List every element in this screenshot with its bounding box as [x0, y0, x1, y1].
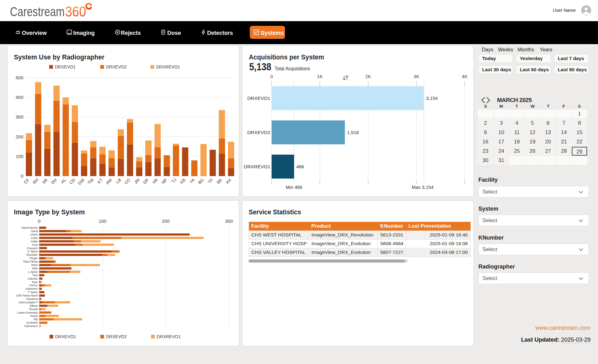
svg-text:Toes: Toes	[32, 281, 38, 284]
svg-text:NP: NP	[161, 178, 168, 185]
svg-text:Acquisitions per System: Acquisitions per System	[249, 53, 324, 61]
svg-text:Shoulder: Shoulder	[26, 253, 38, 256]
svg-text:DRXREVO1: DRXREVO1	[244, 164, 270, 169]
svg-text:Ankle: Ankle	[31, 240, 38, 243]
svg-text:Clavicle: Clavicle	[28, 277, 38, 280]
svg-text:DRXEVO2: DRXEVO2	[106, 334, 127, 339]
svg-text:0: 0	[21, 173, 23, 179]
svg-text:TW: TW	[87, 177, 95, 185]
svg-text:Max 3,154: Max 3,154	[412, 184, 434, 190]
svg-text:YA: YA	[188, 178, 196, 185]
svg-text:Foot: Foot	[32, 243, 38, 246]
svg-text:DW: DW	[77, 177, 86, 186]
svg-text:Hip: Hip	[33, 318, 38, 321]
svg-text:DRXEVO1: DRXEVO1	[55, 334, 76, 339]
svg-text:Thumb: Thumb	[29, 308, 38, 311]
svg-text:0: 0	[270, 74, 273, 79]
svg-text:BG: BG	[197, 178, 205, 185]
svg-text:Soft Tissue Neck: Soft Tissue Neck	[16, 294, 38, 297]
svg-text:5,138: 5,138	[249, 61, 271, 72]
svg-text:Hand: Hand	[31, 230, 38, 233]
svg-text:Tibia Fibula: Tibia Fibula	[23, 260, 38, 263]
svg-text:Intercondylar F: Intercondylar F	[19, 301, 38, 304]
svg-text:100: 100	[98, 218, 106, 224]
svg-text:RH: RH	[32, 178, 39, 185]
svg-text:AW: AW	[105, 177, 113, 185]
svg-text:Abdomen: Abdomen	[26, 287, 38, 290]
svg-text:Femur: Femur	[29, 284, 38, 287]
svg-text:Nasal Bones: Nasal Bones	[21, 226, 38, 229]
svg-text:Total Acquisitions: Total Acquisitions	[275, 66, 310, 71]
svg-text:2K: 2K	[365, 74, 371, 79]
svg-text:Finger: Finger	[30, 257, 38, 260]
svg-text:KB: KB	[179, 178, 186, 185]
svg-text:TF: TF	[207, 178, 214, 184]
svg-text:System Use by Radiographer: System Use by Radiographer	[14, 53, 105, 61]
svg-text:4K: 4K	[462, 74, 467, 79]
svg-text:Wrist: Wrist	[31, 264, 38, 267]
svg-text:DRXEVO2: DRXEVO2	[247, 130, 270, 135]
svg-text:DP: DP	[142, 178, 150, 185]
svg-text:BK: BK	[216, 178, 223, 185]
svg-text:200: 200	[16, 134, 23, 139]
svg-text:200: 200	[162, 218, 169, 224]
svg-text:Image Type by System: Image Type by System	[14, 208, 85, 216]
svg-text:CF: CF	[23, 178, 30, 185]
svg-text:100: 100	[16, 154, 23, 159]
svg-text:AL: AL	[60, 177, 67, 184]
svg-text:Pelvis: Pelvis	[30, 315, 38, 318]
svg-text:TMJ: TMJ	[32, 274, 38, 277]
svg-text:300: 300	[225, 218, 233, 224]
svg-text:T Spine: T Spine	[28, 291, 38, 294]
svg-text:TJ: TJ	[171, 178, 177, 184]
svg-text:Elbow: Elbow	[30, 304, 38, 307]
svg-text:500: 500	[16, 75, 23, 80]
svg-text:3,154: 3,154	[426, 96, 438, 101]
svg-text:466: 466	[296, 164, 304, 169]
svg-text:LB: LB	[115, 178, 122, 184]
svg-text:1,518: 1,518	[347, 130, 359, 135]
svg-text:CO: CO	[124, 178, 131, 185]
svg-text:DRXEVO2: DRXEVO2	[106, 64, 127, 69]
svg-text:KK: KK	[225, 178, 232, 185]
svg-text:DH: DH	[50, 178, 58, 185]
svg-text:DRXREVO1: DRXREVO1	[157, 334, 181, 339]
svg-text:300: 300	[16, 114, 23, 119]
svg-text:3K: 3K	[414, 74, 419, 79]
svg-text:VR: VR	[151, 177, 159, 185]
svg-text:Ribs: Ribs	[32, 267, 38, 270]
svg-text:Min 466: Min 466	[286, 184, 302, 190]
svg-text:1K: 1K	[317, 74, 323, 79]
svg-text:KT: KT	[97, 178, 104, 185]
svg-text:Forearm: Forearm	[27, 247, 38, 250]
svg-text:Chest: Chest	[30, 233, 38, 236]
svg-text:CD: CD	[69, 177, 76, 185]
svg-text:JM: JM	[133, 178, 140, 185]
svg-text:Knee: Knee	[31, 236, 38, 240]
svg-text:SR: SR	[41, 177, 49, 185]
svg-text:400: 400	[16, 95, 23, 100]
svg-text:Humerus: Humerus	[26, 297, 38, 301]
svg-text:Service Statistics: Service Statistics	[249, 208, 301, 216]
svg-text:0: 0	[38, 218, 40, 224]
svg-text:C Spine: C Spine	[27, 250, 38, 253]
svg-text:DRXEVO1: DRXEVO1	[55, 64, 76, 69]
svg-text:DRXEVO1: DRXEVO1	[247, 96, 270, 101]
svg-text:DRXREVO1: DRXREVO1	[156, 64, 180, 69]
svg-text:L Spine: L Spine	[28, 270, 38, 273]
svg-text:Scoliosis: Scoliosis	[26, 321, 38, 324]
svg-text:Calcaneus: Calcaneus	[24, 324, 38, 328]
svg-text:Lower Extremity: Lower Extremity	[17, 311, 38, 314]
